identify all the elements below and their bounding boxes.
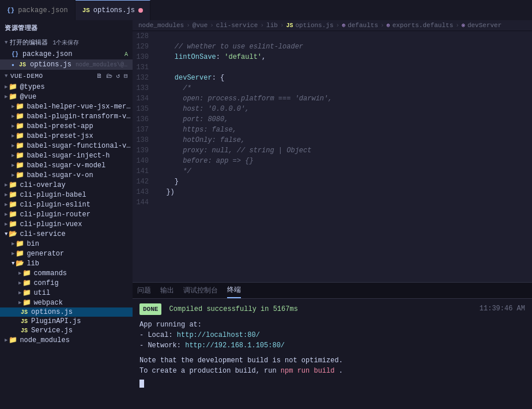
tree-label: Service.js (31, 327, 73, 335)
code-line: 144 (133, 197, 532, 208)
tree-item[interactable]: ▶ 📁 babel-sugar-v-on (0, 170, 133, 180)
timestamp: 11:39:46 AM (480, 303, 525, 314)
folder-icon: 📁 (16, 161, 24, 170)
folder-icon: 📁 (9, 200, 17, 209)
terminal-line: App running at: (139, 320, 525, 330)
open-file-options-js[interactable]: ● JS options.js node_modules\@v... (0, 59, 133, 70)
chevron-down-icon: ▼ (12, 261, 14, 267)
tree-item-options-js[interactable]: JS options.js (0, 307, 133, 317)
folder-icon: 📁 (9, 82, 17, 91)
tab-options-js[interactable]: JS options.js (76, 0, 150, 20)
tree-item[interactable]: ▶ 📁 generator (0, 249, 133, 258)
tree-item[interactable]: ▶ 📁 @vue (0, 92, 133, 102)
new-folder-icon[interactable]: 🗁 (106, 72, 113, 80)
chevron-right-icon: ▶ (12, 250, 14, 257)
tab-output[interactable]: 输出 (160, 283, 174, 298)
folder-icon: 📁 (16, 171, 24, 179)
panel-tabs: 问题 输出 调试控制台 终端 (133, 283, 532, 299)
tree-item[interactable]: JS Service.js (0, 326, 133, 335)
folder-open-icon: 📂 (16, 259, 24, 268)
project-name: VUE-DEMO (10, 73, 43, 80)
open-files-header[interactable]: ▼ 打开的编辑器 1个未保存 (0, 36, 133, 49)
tree-label: @types (20, 83, 44, 91)
done-badge: DONE (139, 303, 161, 315)
open-files-label: 打开的编辑器 (10, 38, 48, 47)
tree-item[interactable]: ▶ 📁 babel-preset-jsx (0, 131, 133, 141)
tab-label: 输出 (160, 287, 174, 295)
tree-label: babel-preset-jsx (27, 132, 93, 140)
tree-item[interactable]: ▶ 📁 babel-plugin-transform-vue-jsx (0, 111, 133, 121)
tree-item[interactable]: ▶ 📁 cli-plugin-babel (0, 190, 133, 200)
tree-item[interactable]: ▶ 📁 cli-plugin-eslint (0, 200, 133, 209)
folder-icon: 📁 (16, 151, 24, 160)
tree-item-lib[interactable]: ▼ 📂 lib (0, 258, 133, 268)
tree-item[interactable]: ▶ 📁 config (0, 278, 133, 288)
json-icon: {} (12, 51, 20, 58)
tree-item[interactable]: ▶ 📁 webpack (0, 298, 133, 307)
sep-icon: › (380, 22, 384, 29)
chevron-right-icon: ▶ (12, 123, 14, 129)
breadcrumb-devserver: devServer (467, 22, 501, 29)
chevron-down-icon: ▼ (5, 231, 7, 237)
chevron-right-icon: ▶ (5, 201, 7, 208)
tree-label: cli-overlay (20, 181, 65, 189)
code-line: 132 devServer: { (133, 73, 532, 83)
open-file-package-json[interactable]: {} package.json A (0, 49, 133, 59)
folder-icon: 📁 (9, 336, 17, 344)
code-line: 128 (133, 31, 532, 42)
tree-item[interactable]: ▶ 📁 cli-plugin-vuex (0, 219, 133, 229)
folder-icon: 📁 (16, 239, 24, 248)
sep-icon: › (186, 22, 190, 29)
collapse-icon[interactable]: ⊟ (124, 72, 128, 80)
chevron-right-icon: ▶ (12, 113, 14, 119)
tree-item[interactable]: ▶ 📁 babel-helper-vue-jsx-merge-... (0, 102, 133, 111)
tree-item-commands[interactable]: ▶ 📁 commands (0, 268, 133, 278)
network-link[interactable]: http://192.168.1.105:80/ (185, 342, 285, 350)
tree-item[interactable]: ▶ 📁 node_modules (0, 335, 133, 345)
npm-run-build[interactable]: npm run build (281, 367, 335, 375)
js-icon: JS (21, 318, 29, 325)
refresh-icon[interactable]: ↺ (116, 72, 120, 80)
tree-item[interactable]: ▶ 📁 bin (0, 239, 133, 249)
tree-item[interactable]: JS PluginAPI.js (0, 317, 133, 326)
terminal-cursor (139, 380, 144, 388)
compile-msg: Compiled successfully in 5167ms (169, 305, 298, 313)
tree-item-cli-service[interactable]: ▼ 📂 cli-service (0, 229, 133, 239)
tree-item[interactable]: ▶ 📁 babel-sugar-inject-h (0, 151, 133, 160)
tab-debug-console[interactable]: 调试控制台 (183, 283, 218, 298)
tab-terminal[interactable]: 终端 (227, 283, 241, 298)
tree-item[interactable]: ▶ 📁 babel-sugar-functional-vue (0, 141, 133, 151)
folder-icon: 📁 (9, 220, 17, 228)
code-editor[interactable]: 128 129 // whether to use eslint-loader … (133, 31, 532, 282)
tab-package-json[interactable]: {} package.json (0, 0, 76, 20)
breadcrumb-options-js: options.js (296, 22, 334, 29)
folder-icon: 📁 (16, 102, 24, 111)
tree-item[interactable]: ▶ 📁 @types (0, 82, 133, 92)
tree-label: generator (27, 250, 64, 258)
chevron-right-icon: ▶ (12, 152, 14, 159)
chevron-right-icon: ▶ (12, 133, 14, 139)
tree-item[interactable]: ▶ 📁 cli-overlay (0, 180, 133, 190)
new-file-icon[interactable]: 🗎 (96, 72, 103, 80)
tree-item[interactable]: ▶ 📁 babel-sugar-v-model (0, 160, 133, 170)
tab-problems[interactable]: 问题 (137, 283, 151, 298)
func-icon: ⊕ (342, 22, 345, 29)
folder-icon: 📁 (16, 132, 24, 140)
project-actions: 🗎 🗁 ↺ ⊟ (96, 72, 128, 80)
code-line: 129 // whether to use eslint-loader (133, 42, 532, 52)
func-icon: ⊗ (462, 22, 465, 29)
chevron-right-icon: ▶ (18, 299, 21, 306)
tree-item[interactable]: ▶ 📁 util (0, 288, 133, 298)
code-line: 143 }) (133, 187, 532, 197)
terminal-content[interactable]: DONE Compiled successfully in 5167ms 11:… (133, 299, 532, 409)
breadcrumb-exports: exports.defaults (393, 22, 454, 29)
breadcrumb: node_modules › @vue › cli-service › lib … (133, 20, 532, 31)
project-header[interactable]: ▼ VUE-DEMO 🗎 🗁 ↺ ⊟ (0, 70, 133, 82)
code-line: 134 open: process.platform === 'darwin', (133, 93, 532, 104)
tree-label: node_modules (20, 336, 69, 344)
folder-icon: 📁 (9, 210, 17, 219)
chevron-right-icon: ▶ (5, 211, 7, 217)
tree-item[interactable]: ▶ 📁 cli-plugin-router (0, 209, 133, 219)
tree-item[interactable]: ▶ 📁 babel-preset-app (0, 121, 133, 131)
local-link[interactable]: http://localhost:80/ (177, 331, 260, 339)
